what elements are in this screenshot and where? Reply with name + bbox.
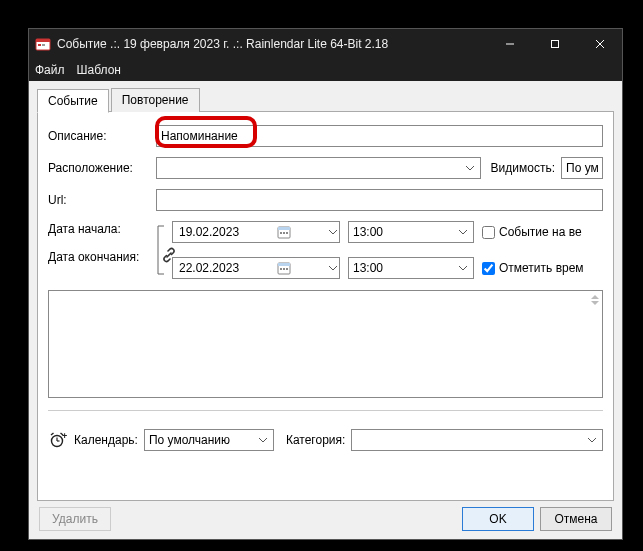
start-time-combo[interactable]: 13:00: [348, 221, 474, 243]
maximize-button[interactable]: [532, 29, 577, 59]
end-time-value: 13:00: [353, 261, 383, 275]
label-description: Описание:: [48, 129, 150, 143]
svg-line-21: [51, 433, 54, 435]
close-button[interactable]: [577, 29, 622, 59]
label-location: Расположение:: [48, 161, 150, 175]
event-window: Событие .:. 19 февраля 2023 г. .:. Rainl…: [28, 28, 623, 540]
svg-rect-2: [38, 44, 41, 46]
link-icon[interactable]: [160, 236, 178, 274]
calendar-icon: [277, 261, 291, 275]
tabs: Событие Повторение: [37, 88, 614, 112]
svg-rect-1: [36, 39, 50, 42]
notes-textarea[interactable]: [48, 290, 603, 398]
mark-time-label: Отметить врем: [499, 261, 584, 275]
titlebar: Событие .:. 19 февраля 2023 г. .:. Rainl…: [29, 29, 622, 59]
svg-rect-12: [286, 232, 288, 234]
end-date-value: 22.02.2023: [179, 261, 239, 275]
delete-button[interactable]: Удалить: [39, 507, 111, 531]
start-date-picker[interactable]: 19.02.2023: [172, 221, 340, 243]
visibility-value: По ум: [566, 161, 599, 175]
visibility-combo[interactable]: По ум: [561, 157, 603, 179]
cancel-button[interactable]: Отмена: [540, 507, 612, 531]
all-day-cb-input[interactable]: [482, 226, 495, 239]
svg-rect-17: [286, 268, 288, 270]
chevron-down-icon: [455, 224, 471, 240]
menu-template[interactable]: Шаблон: [77, 63, 121, 77]
svg-rect-16: [283, 268, 285, 270]
svg-text:+: +: [62, 432, 67, 441]
category-combo[interactable]: [351, 429, 603, 451]
svg-rect-10: [280, 232, 282, 234]
svg-rect-3: [42, 44, 45, 46]
label-calendar: Календарь:: [74, 433, 138, 447]
start-time-value: 13:00: [353, 225, 383, 239]
minimize-button[interactable]: [487, 29, 532, 59]
all-day-checkbox[interactable]: Событие на ве: [482, 225, 582, 239]
calendar-value: По умолчанию: [149, 433, 230, 447]
label-start-date: Дата начала:: [48, 222, 150, 236]
chevron-down-icon: [329, 230, 337, 235]
label-url: Url:: [48, 193, 150, 207]
tab-event[interactable]: Событие: [37, 89, 109, 113]
location-combo[interactable]: [156, 157, 481, 179]
calendar-icon: [277, 225, 291, 239]
label-visibility: Видимость:: [491, 161, 555, 175]
label-end-date: Дата окончания:: [48, 250, 150, 264]
svg-rect-11: [283, 232, 285, 234]
menubar: Файл Шаблон: [29, 59, 622, 81]
chevron-down-icon: [329, 266, 337, 271]
app-icon: [35, 36, 51, 52]
description-input[interactable]: [156, 125, 603, 147]
menu-file[interactable]: Файл: [35, 63, 65, 77]
url-input[interactable]: [156, 189, 603, 211]
start-date-value: 19.02.2023: [179, 225, 239, 239]
window-title: Событие .:. 19 февраля 2023 г. .:. Rainl…: [57, 37, 388, 51]
end-date-picker[interactable]: 22.02.2023: [172, 257, 340, 279]
mark-time-checkbox[interactable]: Отметить врем: [482, 261, 584, 275]
tab-event-panel: Описание: Расположение: Видимость: По ум…: [37, 111, 614, 501]
svg-rect-15: [280, 268, 282, 270]
client-area: Событие Повторение Описание: Расположени…: [29, 81, 622, 539]
label-category: Категория:: [286, 433, 345, 447]
chevron-down-icon: [255, 432, 271, 448]
end-time-combo[interactable]: 13:00: [348, 257, 474, 279]
scroll-hint-icon: [591, 295, 599, 306]
chevron-down-icon: [584, 432, 600, 448]
tab-repeat[interactable]: Повторение: [111, 88, 200, 112]
ok-button[interactable]: OK: [462, 507, 534, 531]
button-bar: Удалить OK Отмена: [37, 501, 614, 531]
calendar-combo[interactable]: По умолчанию: [144, 429, 274, 451]
svg-rect-9: [278, 227, 290, 230]
all-day-label: Событие на ве: [499, 225, 582, 239]
separator: [48, 410, 603, 411]
chevron-down-icon: [455, 260, 471, 276]
svg-rect-5: [551, 41, 558, 48]
mark-time-cb-input[interactable]: [482, 262, 495, 275]
chevron-down-icon: [462, 160, 478, 176]
svg-rect-14: [278, 263, 290, 266]
alarm-clock-icon[interactable]: +: [48, 431, 68, 449]
